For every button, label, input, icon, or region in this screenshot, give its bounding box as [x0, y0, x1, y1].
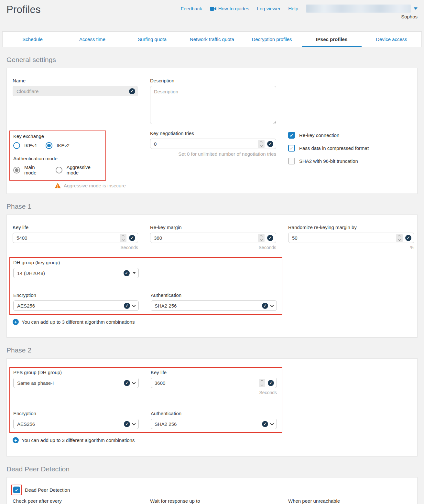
account-selector[interactable]	[306, 5, 418, 13]
dpd-heading: Dead Peer Detection	[6, 465, 418, 473]
p1-encryption-select[interactable]: AES256 ✓	[13, 300, 139, 311]
number-stepper[interactable]	[258, 140, 265, 148]
p1-key-life-unit: Seconds	[13, 245, 138, 250]
account-name-redacted	[306, 5, 411, 13]
sha2-truncation-checkbox[interactable]	[288, 158, 295, 164]
p1-combo-note: You can add up to 3 different algorithm …	[22, 319, 135, 325]
p1-authentication-value: SHA2 256	[155, 303, 259, 309]
feedback-label: Feedback	[181, 6, 202, 11]
p2-authentication-label: Authentication	[151, 411, 277, 416]
p2-key-life-unit: Seconds	[151, 390, 277, 395]
ikev1-radio[interactable]	[13, 142, 20, 149]
p2-key-life-label: Key life	[151, 370, 277, 375]
description-label: Description	[150, 78, 276, 83]
p2-key-life-input[interactable]	[155, 380, 257, 386]
ikev1-label: IKEv1	[24, 143, 37, 148]
aggressive-mode-radio[interactable]	[56, 167, 62, 173]
chevron-down-icon	[132, 422, 136, 425]
dpd-enable-checkbox[interactable]: ✓	[13, 487, 20, 493]
number-stepper[interactable]	[120, 234, 126, 242]
phase2-panel: PFS group (DH group) Same as phase-I ✓ K…	[6, 358, 418, 457]
p2-key-life-field[interactable]: ✓	[151, 378, 277, 388]
p1-rekey-margin-field[interactable]: ✓	[150, 233, 276, 243]
annotation-box-phase2-algorithms: PFS group (DH group) Same as phase-I ✓ K…	[9, 367, 282, 433]
tab-ipsec-profiles[interactable]: IPsec profiles	[302, 32, 362, 47]
p2-encryption-value: AES256	[17, 421, 121, 427]
p1-authentication-select[interactable]: SHA2 256 ✓	[151, 300, 277, 311]
compressed-format-label: Pass data in compressed format	[299, 145, 369, 151]
top-bar: Profiles Feedback How-to guides Log view…	[0, 0, 424, 31]
key-negotiation-input[interactable]	[154, 141, 256, 147]
tab-surfing-quota[interactable]: Surfing quota	[122, 32, 182, 47]
valid-check-icon: ✓	[124, 380, 130, 386]
vendor-label: Sophos	[401, 14, 418, 19]
tab-schedule[interactable]: Schedule	[3, 32, 62, 47]
main-mode-radio[interactable]	[13, 167, 20, 173]
tab-access-time[interactable]: Access time	[62, 32, 122, 47]
general-settings-panel: Name ✓ Description Key exchange IKEv1	[6, 68, 418, 194]
key-exchange-label: Key exchange	[13, 133, 102, 139]
p1-randomize-input[interactable]	[292, 235, 394, 241]
annotation-box-key-exchange: Key exchange IKEv1 IKEv2 Authentication …	[9, 131, 106, 181]
log-viewer-link[interactable]: Log viewer	[257, 6, 281, 11]
rekey-connection-checkbox[interactable]: ✓	[288, 132, 295, 139]
compressed-format-checkbox[interactable]: ✓	[288, 145, 295, 152]
log-viewer-label: Log viewer	[257, 6, 281, 11]
pfs-group-label: PFS group (DH group)	[13, 370, 139, 375]
pfs-group-select[interactable]: Same as phase-I ✓	[13, 378, 139, 388]
number-stepper[interactable]	[258, 234, 265, 242]
chevron-down-icon	[270, 303, 274, 307]
tab-decryption-profiles[interactable]: Decryption profiles	[242, 32, 302, 47]
p1-randomize-unit: %	[288, 245, 414, 250]
description-textarea[interactable]	[150, 86, 276, 124]
rekey-connection-label: Re-key connection	[299, 132, 339, 138]
key-negotiation-field[interactable]: ✓	[150, 139, 276, 149]
p1-key-life-label: Key life	[13, 225, 138, 230]
howto-guides-link[interactable]: How-to guides	[210, 6, 249, 11]
p1-key-life-field[interactable]: ✓	[13, 233, 138, 243]
chevron-down-icon	[270, 422, 274, 425]
ikev2-radio[interactable]	[46, 142, 52, 149]
p1-randomize-field[interactable]: ✓	[288, 233, 414, 243]
dh-group-select[interactable]: 14 (DH2048) ✓	[13, 268, 139, 278]
valid-check-icon: ✓	[268, 380, 274, 386]
tab-device-access[interactable]: Device access	[362, 32, 421, 47]
phase1-panel: Key life ✓ Seconds Re-key margin ✓ Secon…	[6, 215, 418, 338]
p1-authentication-label: Authentication	[151, 292, 277, 298]
valid-check-icon: ✓	[124, 303, 130, 309]
chevron-down-icon	[132, 303, 136, 307]
aggressive-mode-label: Aggressive mode	[67, 164, 102, 175]
ikev2-label: IKEv2	[57, 143, 70, 148]
help-label: Help	[288, 6, 298, 11]
name-input	[16, 89, 126, 94]
valid-check-icon: ✓	[124, 421, 130, 427]
valid-check-icon: ✓	[129, 88, 135, 94]
feedback-link[interactable]: Feedback	[181, 6, 202, 11]
help-link[interactable]: Help	[288, 6, 298, 11]
tab-bar: Schedule Access time Surfing quota Netwo…	[2, 31, 422, 47]
valid-check-icon: ✓	[267, 141, 273, 147]
add-combination-icon[interactable]: +	[13, 437, 19, 443]
valid-check-icon: ✓	[262, 421, 268, 427]
dpd-panel: ✓ Dead Peer Detection Check peer after e…	[6, 477, 418, 504]
p1-rekey-margin-label: Re-key margin	[150, 225, 276, 230]
p1-key-life-input[interactable]	[16, 235, 118, 241]
chevron-down-icon	[414, 7, 418, 10]
add-combination-icon[interactable]: +	[13, 319, 19, 325]
tab-network-traffic-quota[interactable]: Network traffic quota	[182, 32, 242, 47]
p2-encryption-select[interactable]: AES256 ✓	[13, 419, 139, 429]
p1-rekey-margin-input[interactable]	[154, 235, 256, 241]
dh-group-value: 14 (DH2048)	[17, 270, 121, 276]
valid-check-icon: ✓	[262, 303, 268, 309]
check-peer-label: Check peer after every	[13, 498, 138, 504]
valid-check-icon: ✓	[267, 235, 273, 241]
number-stepper[interactable]	[396, 234, 403, 242]
p1-encryption-label: Encryption	[13, 292, 139, 298]
valid-check-icon: ✓	[129, 235, 135, 241]
p2-authentication-select[interactable]: SHA2 256 ✓	[151, 419, 277, 429]
annotation-box-phase1-algorithms: DH group (key group) 14 (DH2048) ✓ Encry…	[9, 257, 282, 315]
header-links: Feedback How-to guides Log viewer Help	[181, 5, 418, 13]
number-stepper[interactable]	[259, 379, 265, 387]
warning-triangle-icon	[55, 183, 61, 188]
annotation-box-dpd-checkbox: ✓	[11, 485, 22, 495]
